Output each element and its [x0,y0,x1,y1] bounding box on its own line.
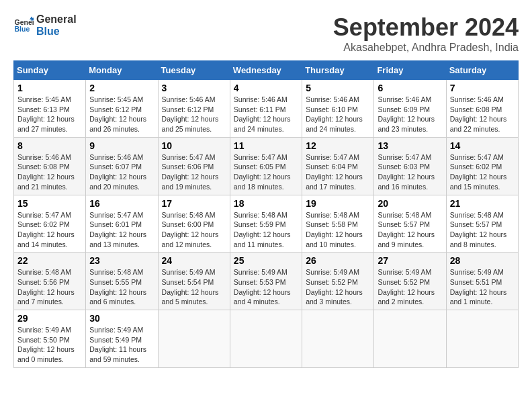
day-info: Sunrise: 5:48 AM Sunset: 6:00 PM Dayligh… [162,210,226,250]
day-number: 3 [162,83,226,93]
day-info: Sunrise: 5:46 AM Sunset: 6:12 PM Dayligh… [162,95,226,134]
day-number: 14 [450,140,515,151]
calendar-cell: 21Sunrise: 5:48 AM Sunset: 5:57 PM Dayli… [446,195,518,253]
day-info: Sunrise: 5:46 AM Sunset: 6:07 PM Dayligh… [89,152,154,192]
day-info: Sunrise: 5:47 AM Sunset: 6:02 PM Dayligh… [17,210,82,250]
title-block: September 2024 Akasahebpet, Andhra Prade… [333,13,519,54]
calendar-cell: 28Sunrise: 5:49 AM Sunset: 5:51 PM Dayli… [446,253,518,310]
calendar-cell: 23Sunrise: 5:48 AM Sunset: 5:55 PM Dayli… [86,253,158,310]
day-number: 24 [162,255,226,266]
calendar-cell: 18Sunrise: 5:48 AM Sunset: 5:59 PM Dayli… [230,195,302,253]
weekday-header: Monday [86,61,158,80]
calendar-cell: 20Sunrise: 5:48 AM Sunset: 5:57 PM Dayli… [374,195,446,253]
day-number: 8 [17,140,82,151]
calendar-cell [446,310,518,368]
day-number: 4 [234,83,298,93]
calendar-cell: 17Sunrise: 5:48 AM Sunset: 6:00 PM Dayli… [158,195,230,253]
day-info: Sunrise: 5:47 AM Sunset: 6:03 PM Dayligh… [378,152,442,192]
calendar-cell: 25Sunrise: 5:49 AM Sunset: 5:53 PM Dayli… [230,253,302,310]
calendar-cell: 24Sunrise: 5:49 AM Sunset: 5:54 PM Dayli… [158,253,230,310]
day-number: 27 [378,255,442,266]
day-info: Sunrise: 5:48 AM Sunset: 5:57 PM Dayligh… [378,210,442,250]
calendar: SundayMondayTuesdayWednesdayThursdayFrid… [13,60,519,368]
day-info: Sunrise: 5:46 AM Sunset: 6:11 PM Dayligh… [234,95,298,134]
logo-line2: Blue [36,26,77,38]
calendar-cell: 19Sunrise: 5:48 AM Sunset: 5:58 PM Dayli… [302,195,374,253]
subtitle: Akasahebpet, Andhra Pradesh, India [333,42,519,54]
calendar-cell: 6Sunrise: 5:46 AM Sunset: 6:09 PM Daylig… [374,80,446,138]
day-info: Sunrise: 5:46 AM Sunset: 6:09 PM Dayligh… [378,95,442,134]
day-number: 2 [89,83,154,93]
calendar-cell: 29Sunrise: 5:49 AM Sunset: 5:50 PM Dayli… [14,310,86,368]
day-info: Sunrise: 5:47 AM Sunset: 6:05 PM Dayligh… [234,152,298,192]
day-info: Sunrise: 5:48 AM Sunset: 5:58 PM Dayligh… [306,210,370,250]
day-info: Sunrise: 5:49 AM Sunset: 5:54 PM Dayligh… [162,267,226,307]
day-number: 25 [234,255,298,266]
day-info: Sunrise: 5:46 AM Sunset: 6:10 PM Dayligh… [306,95,370,134]
day-number: 22 [17,255,82,266]
calendar-cell: 2Sunrise: 5:45 AM Sunset: 6:12 PM Daylig… [86,80,158,138]
day-number: 26 [306,255,370,266]
day-info: Sunrise: 5:49 AM Sunset: 5:52 PM Dayligh… [306,267,370,307]
day-number: 1 [17,83,82,93]
calendar-cell: 30Sunrise: 5:49 AM Sunset: 5:49 PM Dayli… [86,310,158,368]
day-number: 28 [450,255,515,266]
calendar-cell: 9Sunrise: 5:46 AM Sunset: 6:07 PM Daylig… [86,137,158,195]
weekday-header: Friday [374,61,446,80]
calendar-cell [158,310,230,368]
calendar-cell [374,310,446,368]
logo-line1: General [36,13,77,26]
day-number: 7 [450,83,515,93]
day-number: 12 [306,140,370,151]
calendar-cell [302,310,374,368]
weekday-header: Sunday [14,61,86,80]
day-info: Sunrise: 5:45 AM Sunset: 6:13 PM Dayligh… [17,95,82,134]
day-info: Sunrise: 5:46 AM Sunset: 6:08 PM Dayligh… [450,95,515,134]
calendar-cell: 12Sunrise: 5:47 AM Sunset: 6:04 PM Dayli… [302,137,374,195]
day-number: 16 [89,198,154,209]
calendar-cell: 8Sunrise: 5:46 AM Sunset: 6:08 PM Daylig… [14,137,86,195]
day-number: 19 [306,198,370,209]
calendar-cell: 14Sunrise: 5:47 AM Sunset: 6:02 PM Dayli… [446,137,518,195]
day-info: Sunrise: 5:49 AM Sunset: 5:49 PM Dayligh… [89,325,154,365]
calendar-cell: 26Sunrise: 5:49 AM Sunset: 5:52 PM Dayli… [302,253,374,310]
calendar-cell: 15Sunrise: 5:47 AM Sunset: 6:02 PM Dayli… [14,195,86,253]
day-number: 6 [378,83,442,93]
calendar-cell: 7Sunrise: 5:46 AM Sunset: 6:08 PM Daylig… [446,80,518,138]
day-info: Sunrise: 5:49 AM Sunset: 5:52 PM Dayligh… [378,267,442,307]
calendar-cell: 16Sunrise: 5:47 AM Sunset: 6:01 PM Dayli… [86,195,158,253]
day-number: 9 [89,140,154,151]
day-number: 13 [378,140,442,151]
day-number: 18 [234,198,298,209]
day-info: Sunrise: 5:49 AM Sunset: 5:53 PM Dayligh… [234,267,298,307]
day-number: 17 [162,198,226,209]
calendar-cell [230,310,302,368]
logo: General Blue General Blue [13,13,77,37]
day-info: Sunrise: 5:49 AM Sunset: 5:50 PM Dayligh… [17,325,82,365]
svg-text:Blue: Blue [15,25,30,33]
day-number: 23 [89,255,154,266]
calendar-cell: 3Sunrise: 5:46 AM Sunset: 6:12 PM Daylig… [158,80,230,138]
day-number: 20 [378,198,442,209]
day-number: 29 [17,313,82,324]
calendar-cell: 5Sunrise: 5:46 AM Sunset: 6:10 PM Daylig… [302,80,374,138]
weekday-header: Saturday [446,61,518,80]
weekday-header: Thursday [302,61,374,80]
day-number: 5 [306,83,370,93]
day-info: Sunrise: 5:48 AM Sunset: 5:59 PM Dayligh… [234,210,298,250]
day-number: 10 [162,140,226,151]
day-number: 30 [89,313,154,324]
day-info: Sunrise: 5:48 AM Sunset: 5:56 PM Dayligh… [17,267,82,307]
calendar-cell: 22Sunrise: 5:48 AM Sunset: 5:56 PM Dayli… [14,253,86,310]
calendar-cell: 27Sunrise: 5:49 AM Sunset: 5:52 PM Dayli… [374,253,446,310]
header: General Blue General Blue September 2024… [13,13,519,54]
weekday-header: Wednesday [230,61,302,80]
calendar-cell: 4Sunrise: 5:46 AM Sunset: 6:11 PM Daylig… [230,80,302,138]
calendar-cell: 11Sunrise: 5:47 AM Sunset: 6:05 PM Dayli… [230,137,302,195]
day-info: Sunrise: 5:46 AM Sunset: 6:08 PM Dayligh… [17,152,82,192]
day-info: Sunrise: 5:47 AM Sunset: 6:06 PM Dayligh… [162,152,226,192]
day-number: 11 [234,140,298,151]
day-info: Sunrise: 5:47 AM Sunset: 6:01 PM Dayligh… [89,210,154,250]
day-number: 21 [450,198,515,209]
day-info: Sunrise: 5:45 AM Sunset: 6:12 PM Dayligh… [89,95,154,134]
